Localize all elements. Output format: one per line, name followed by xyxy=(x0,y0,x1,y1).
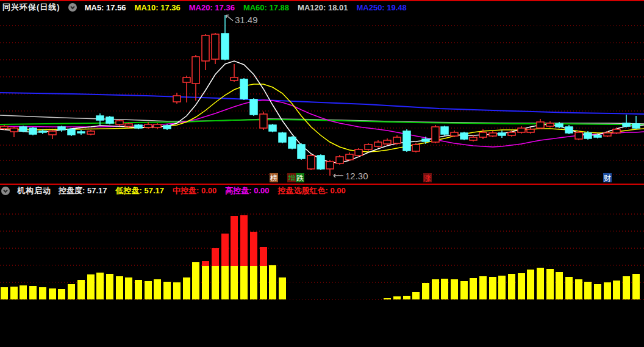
candle[interactable] xyxy=(355,148,362,157)
candle[interactable] xyxy=(518,126,525,134)
indicator-name[interactable]: 机构启动 xyxy=(17,185,51,196)
histogram-bar[interactable] xyxy=(393,296,401,299)
candle[interactable] xyxy=(212,33,219,64)
candle[interactable] xyxy=(279,132,286,143)
candle[interactable] xyxy=(58,126,65,132)
histogram-bar[interactable] xyxy=(556,272,563,299)
histogram-bar[interactable] xyxy=(106,274,113,299)
candle[interactable] xyxy=(460,132,468,140)
histogram-bar[interactable] xyxy=(145,281,152,299)
histogram-bar[interactable] xyxy=(20,285,27,299)
candle[interactable] xyxy=(451,131,458,137)
candle[interactable] xyxy=(202,34,209,70)
histogram-bar[interactable] xyxy=(623,276,630,299)
histogram-bar[interactable] xyxy=(451,279,458,299)
histogram-bar[interactable] xyxy=(613,281,620,299)
histogram-bar[interactable] xyxy=(125,277,132,299)
histogram-bar[interactable] xyxy=(49,288,56,299)
candle[interactable] xyxy=(231,64,238,82)
candle[interactable] xyxy=(29,127,37,135)
candle[interactable] xyxy=(106,116,113,124)
histogram-bar[interactable] xyxy=(508,274,515,299)
histogram-bar[interactable] xyxy=(584,282,592,299)
histogram-bar[interactable] xyxy=(498,276,506,299)
histogram-bar[interactable] xyxy=(489,277,496,299)
candle[interactable] xyxy=(565,125,573,134)
candle[interactable] xyxy=(632,116,640,129)
candle[interactable] xyxy=(163,124,171,130)
histogram-bar[interactable] xyxy=(221,234,229,299)
stock-title[interactable]: 同兴环保(日线) xyxy=(2,2,60,13)
candle[interactable] xyxy=(68,128,75,136)
candle[interactable] xyxy=(116,120,123,126)
candle[interactable] xyxy=(336,155,343,165)
histogram-bar[interactable] xyxy=(632,274,640,299)
event-marker-0[interactable]: 榜 xyxy=(270,173,278,182)
candle[interactable] xyxy=(374,140,382,148)
candle[interactable] xyxy=(135,124,142,129)
candle[interactable] xyxy=(250,98,257,116)
histogram-bar[interactable] xyxy=(96,273,104,299)
candle[interactable] xyxy=(221,15,229,60)
histogram-bar[interactable] xyxy=(68,284,75,299)
candle[interactable] xyxy=(432,125,439,143)
chevron-down-icon[interactable] xyxy=(68,3,77,12)
candle[interactable] xyxy=(260,112,267,130)
candle[interactable] xyxy=(326,160,334,176)
candle[interactable] xyxy=(298,143,305,160)
event-marker-1[interactable]: 增 xyxy=(287,173,296,182)
histogram-bar[interactable] xyxy=(250,232,257,299)
indicator-chevron-down-icon[interactable] xyxy=(1,187,10,195)
candle[interactable] xyxy=(288,136,296,149)
histogram-bar[interactable] xyxy=(594,284,601,299)
candle[interactable] xyxy=(489,131,496,137)
candle[interactable] xyxy=(173,93,181,104)
candle[interactable] xyxy=(10,127,18,137)
histogram-bar[interactable] xyxy=(87,274,95,299)
kline-chart-canvas[interactable]: 31.4912.30榜增跌涨财 xyxy=(0,0,644,347)
histogram-bar[interactable] xyxy=(575,279,582,299)
candle[interactable] xyxy=(154,123,161,129)
histogram-bar[interactable] xyxy=(422,283,429,299)
candle[interactable] xyxy=(470,135,477,141)
candle[interactable] xyxy=(546,121,554,127)
event-marker-2[interactable]: 跌 xyxy=(296,173,304,182)
histogram-bar[interactable] xyxy=(565,277,573,299)
histogram-bar[interactable] xyxy=(58,289,65,299)
candle[interactable] xyxy=(346,152,353,161)
histogram-bar[interactable] xyxy=(10,287,18,299)
candle[interactable] xyxy=(393,135,401,145)
histogram-bar[interactable] xyxy=(39,287,46,299)
histogram-bar[interactable] xyxy=(29,286,37,299)
histogram-bar[interactable] xyxy=(231,216,238,299)
histogram-bar[interactable] xyxy=(546,269,554,299)
histogram-bar[interactable] xyxy=(116,276,123,299)
event-marker-3[interactable]: 涨 xyxy=(423,173,432,182)
candle[interactable] xyxy=(20,126,27,132)
histogram-bar[interactable] xyxy=(384,298,391,299)
histogram-bar[interactable] xyxy=(154,279,161,299)
candle[interactable] xyxy=(575,131,582,140)
histogram-bar[interactable] xyxy=(518,273,525,299)
histogram-bar[interactable] xyxy=(77,280,85,299)
histogram-bar[interactable] xyxy=(527,270,534,299)
candle[interactable] xyxy=(317,154,324,170)
histogram-bar[interactable] xyxy=(412,292,420,299)
histogram-bar[interactable] xyxy=(269,265,276,299)
candle[interactable] xyxy=(412,143,420,152)
histogram-bar[interactable] xyxy=(240,215,248,299)
histogram-bar[interactable] xyxy=(192,262,199,299)
candle[interactable] xyxy=(498,131,506,138)
histogram-bar[interactable] xyxy=(202,261,209,299)
candle[interactable] xyxy=(307,154,315,170)
histogram-bar[interactable] xyxy=(212,248,219,299)
histogram-bar[interactable] xyxy=(403,296,410,299)
candle[interactable] xyxy=(441,126,448,135)
candle[interactable] xyxy=(365,143,372,151)
histogram-bar[interactable] xyxy=(1,287,8,299)
candle[interactable] xyxy=(384,138,391,145)
histogram-bar[interactable] xyxy=(183,277,190,299)
histogram-bar[interactable] xyxy=(163,282,171,299)
histogram-bar[interactable] xyxy=(470,278,477,299)
histogram-bar[interactable] xyxy=(537,268,544,299)
